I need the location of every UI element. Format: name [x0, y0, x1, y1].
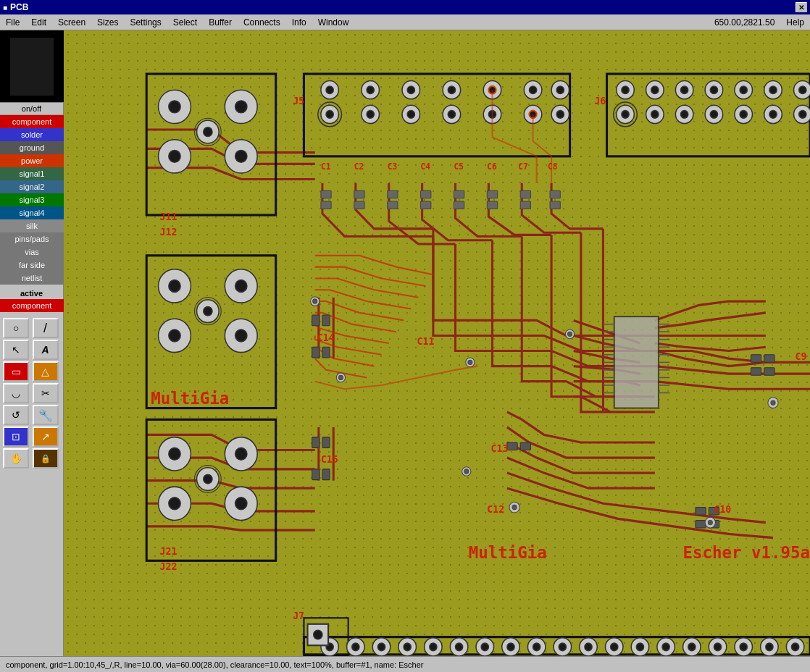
- pcb-canvas[interactable]: J5 J6 J11 J12 J21 J22 J7 C1 C2 C3 C4 C5 …: [64, 30, 810, 656]
- line-tool[interactable]: /: [33, 318, 59, 338]
- svg-rect-40: [520, 190, 530, 198]
- menu-settings[interactable]: Settings: [124, 16, 167, 29]
- svg-point-100: [740, 86, 747, 94]
- via-tool[interactable]: ○: [3, 318, 29, 338]
- layer-vias[interactable]: vias: [0, 245, 64, 259]
- layer-signal1[interactable]: signal1: [0, 167, 64, 180]
- svg-point-94: [651, 86, 659, 94]
- svg-point-98: [710, 86, 717, 94]
- svg-point-125: [169, 150, 180, 162]
- svg-point-140: [204, 306, 212, 316]
- svg-rect-48: [312, 437, 320, 448]
- tools-panel: ○ / ↖ A ▭ △ ◡ ✂ ↺ 🔧 ⊡ ↗ ✋ 🔒: [0, 315, 63, 471]
- c13-label: C13: [490, 442, 508, 453]
- svg-point-136: [169, 329, 180, 342]
- layer-signal2[interactable]: signal2: [0, 180, 64, 193]
- svg-point-186: [740, 643, 747, 651]
- text-tool[interactable]: A: [33, 340, 59, 360]
- svg-rect-53: [764, 355, 774, 363]
- c9-label: C9: [796, 350, 807, 362]
- poly-tool[interactable]: △: [33, 361, 59, 382]
- select-tool[interactable]: ⊡: [3, 427, 29, 447]
- layer-pins[interactable]: pins/pads: [0, 232, 64, 245]
- svg-rect-55: [764, 368, 774, 376]
- svg-point-151: [204, 474, 212, 484]
- svg-point-207: [468, 360, 472, 364]
- svg-point-84: [448, 111, 455, 119]
- menu-info[interactable]: Info: [286, 16, 312, 29]
- svg-point-104: [799, 86, 806, 94]
- svg-point-123: [235, 101, 247, 113]
- menu-screen[interactable]: Screen: [52, 16, 91, 29]
- svg-point-117: [769, 111, 777, 119]
- svg-rect-42: [550, 190, 560, 198]
- c14-label: C14: [317, 332, 335, 343]
- rect-tool[interactable]: ▭: [3, 361, 29, 382]
- menu-window[interactable]: Window: [312, 16, 355, 29]
- active-label: active: [0, 287, 63, 299]
- svg-point-178: [636, 643, 643, 651]
- menubar: File Edit Screen Sizes Settings Select B…: [0, 14, 810, 30]
- layer-signal4[interactable]: signal4: [0, 206, 64, 219]
- hand-tool[interactable]: ✋: [3, 448, 29, 469]
- arc-tool[interactable]: ◡: [3, 383, 29, 403]
- c11-label: C11: [417, 335, 434, 347]
- multigia-label-1: MultiGia: [151, 389, 229, 408]
- svg-rect-60: [507, 442, 517, 450]
- rotate-tool[interactable]: ↺: [3, 405, 29, 425]
- j11-label: J11: [160, 211, 178, 222]
- svg-rect-31: [354, 201, 364, 209]
- svg-point-113: [710, 111, 717, 119]
- layer-power[interactable]: power: [0, 154, 64, 167]
- menu-connects[interactable]: Connects: [238, 16, 286, 29]
- menu-sizes[interactable]: Sizes: [91, 16, 124, 29]
- layer-farside[interactable]: far side: [0, 259, 64, 272]
- svg-point-119: [799, 111, 806, 119]
- layer-signal3[interactable]: signal3: [0, 193, 64, 206]
- svg-point-160: [404, 643, 411, 651]
- menu-file[interactable]: File: [0, 16, 25, 29]
- svg-point-63: [326, 86, 333, 94]
- svg-point-111: [681, 111, 688, 119]
- svg-point-166: [481, 643, 488, 651]
- cursor-tool[interactable]: ↖: [3, 340, 29, 360]
- svg-rect-36: [454, 190, 464, 198]
- menu-edit[interactable]: Edit: [25, 16, 52, 29]
- j7-label: J7: [293, 610, 304, 621]
- lock-tool[interactable]: 🔒: [33, 448, 59, 469]
- menu-help[interactable]: Help: [780, 16, 810, 29]
- svg-point-138: [235, 329, 247, 342]
- svg-rect-32: [388, 190, 398, 198]
- svg-point-75: [556, 86, 564, 94]
- c3-label: C3: [388, 161, 398, 172]
- statusbar: component, grid=1.00:10,45_/,R, line=10.…: [0, 656, 810, 672]
- layer-component[interactable]: component: [0, 115, 64, 128]
- svg-point-73: [529, 86, 536, 94]
- svg-rect-54: [751, 368, 761, 376]
- svg-point-69: [448, 86, 455, 94]
- scissors-tool[interactable]: ✂: [33, 383, 59, 403]
- j12-label: J12: [160, 226, 178, 238]
- svg-point-65: [367, 86, 374, 94]
- layer-ground[interactable]: ground: [0, 141, 64, 154]
- close-button[interactable]: ✕: [796, 2, 807, 12]
- svg-point-174: [585, 643, 592, 651]
- svg-point-195: [313, 299, 317, 303]
- svg-point-67: [407, 86, 414, 94]
- svg-rect-30: [354, 190, 364, 198]
- svg-point-96: [681, 86, 688, 94]
- svg-point-156: [352, 643, 359, 651]
- layer-silk[interactable]: silk: [0, 219, 64, 232]
- arrow-tool[interactable]: ↗: [33, 427, 59, 447]
- menu-buffer[interactable]: Buffer: [203, 16, 238, 29]
- svg-point-147: [169, 497, 180, 510]
- wrench-tool[interactable]: 🔧: [33, 405, 59, 425]
- menu-select[interactable]: Select: [167, 16, 203, 29]
- active-layer[interactable]: component: [0, 299, 64, 312]
- layer-netlist[interactable]: netlist: [0, 272, 64, 285]
- onoff-label: on/off: [0, 103, 63, 115]
- c2-label: C2: [354, 161, 364, 172]
- svg-rect-28: [321, 190, 331, 198]
- svg-rect-47: [322, 347, 330, 358]
- layer-solder[interactable]: solder: [0, 128, 64, 141]
